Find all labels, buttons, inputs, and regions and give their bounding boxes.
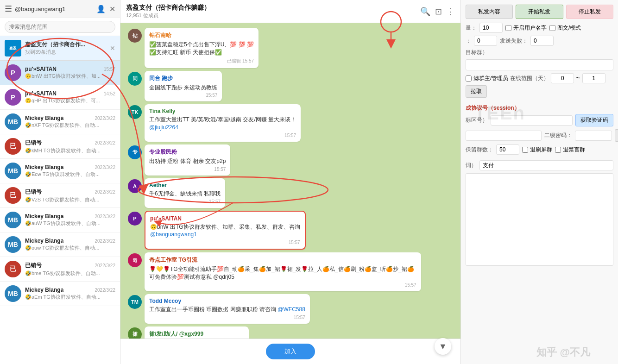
- msg-sender: 奇点工作室 TG引流: [149, 256, 416, 264]
- chat-info: 已销号 2022/3/22 🤣VzS TG协议群发软件、自动...: [25, 188, 115, 203]
- profile-icon[interactable]: 👤: [96, 5, 106, 13]
- enable-username-input[interactable]: [505, 25, 511, 31]
- chat-info: 已销号 2022/3/22 🤣bme TG协议群发软件、自动...: [25, 262, 115, 277]
- msg-avatar: A: [128, 179, 142, 193]
- msg-text: 工作室大量出TT 美/英/欧混/泰国/越南 交友/网赚 量大来谈！@jiujiu…: [149, 116, 296, 132]
- chat-time: 15:57: [104, 67, 115, 72]
- interval-row: ： 发送失败：: [466, 36, 613, 46]
- pull-button[interactable]: 拉取: [466, 85, 487, 98]
- list-item[interactable]: MB Mickey Blanga 2022/3/22 🤣aEm TG协议群发软件…: [0, 282, 120, 306]
- msg-text: 全国线下跑步 来运动员教练: [149, 84, 217, 92]
- menu-icon[interactable]: ☰: [5, 4, 12, 14]
- online-max-input[interactable]: [582, 73, 605, 83]
- chat-title: 嘉盈支付（招卡商合作躺赚）: [126, 4, 420, 12]
- password-input[interactable]: [575, 131, 612, 141]
- get-code-button[interactable]: 获取验证码: [575, 114, 613, 126]
- msg-mention: @jiujiu2264: [149, 124, 178, 131]
- msg-time: 15:57: [149, 199, 221, 204]
- interval-label: ：: [466, 37, 471, 45]
- image-mode-input[interactable]: [549, 25, 555, 31]
- msg-bubble: Aether 千6无押金、缺钱来搞 私聊我 15:57: [145, 178, 225, 208]
- list-item[interactable]: P pu'»SAITAN 14:52 🙃qHP 出TG协议群发软件、可...: [0, 85, 120, 110]
- unsub-input[interactable]: [522, 147, 528, 153]
- chat-name: Mickey Blanga: [25, 164, 63, 170]
- message-row: A Aether 千6无押金、缺钱来搞 私聊我 15:57: [128, 178, 453, 208]
- scroll-down-button[interactable]: ▼: [435, 338, 451, 355]
- start-private-button[interactable]: 开始私发: [516, 5, 563, 19]
- count-row: 量： 开启用户名字 图文/模式: [466, 23, 613, 33]
- chat-name: 已销号: [25, 139, 42, 147]
- preserve-input[interactable]: [496, 144, 519, 155]
- unban-input[interactable]: [555, 147, 561, 153]
- list-item[interactable]: MB Mickey Blanga 2022/3/22 🤣ouw TG协议群发软件…: [0, 232, 120, 257]
- chat-time: 14:52: [104, 91, 115, 96]
- chat-info: Mickey Blanga 2022/3/22 🤣auW TG协议群发软件、自动…: [25, 213, 115, 227]
- online-min-input[interactable]: [551, 73, 574, 83]
- msg-avatar: 专: [128, 145, 142, 159]
- msg-time: 15:57: [149, 315, 305, 320]
- chat-preview: 🙃qHP 出TG协议群发软件、可...: [25, 97, 115, 104]
- active-group-item[interactable]: 嘉盈 嘉盈支付（招卡商合作... 找到39条消息 ✕: [0, 36, 120, 61]
- list-item[interactable]: MB Mickey Blanga 2022/3/22 🤣nXF TG协议群发软件…: [0, 110, 120, 134]
- msg-avatar: TK: [128, 105, 142, 119]
- chat-preview: 🙃bnW 出TG协议群发软件、加...: [25, 73, 115, 80]
- sidebar: ☰ @baoguangwang1 👤 ✕ 嘉盈 嘉盈支付（招卡商合作... 找到…: [0, 0, 120, 364]
- chat-preview: 🤣ouw TG协议群发软件、自动...: [25, 245, 115, 251]
- join-bar: 加入: [120, 339, 460, 364]
- list-item[interactable]: 已 已销号 2022/3/22 🤣bme TG协议群发软件、自动...: [0, 257, 120, 282]
- keyword-input[interactable]: [479, 160, 613, 170]
- list-item[interactable]: 已 已销号 2022/3/22 🤣VzS TG协议群发软件、自动...: [0, 183, 120, 208]
- chat-info: Mickey Blanga 2022/3/22 🤣ouw TG协议群发软件、自动…: [25, 238, 115, 251]
- list-item[interactable]: MB Mickey Blanga 2022/3/22 🤣Ecw TG协议群发软件…: [0, 159, 120, 183]
- avatar: P: [5, 64, 21, 81]
- online-days-label: 在线范围（天）: [510, 75, 549, 82]
- unsub-label: 退刷屏群: [530, 146, 552, 154]
- layout-icon[interactable]: ⊡: [435, 6, 442, 17]
- search-icon[interactable]: 🔍: [420, 6, 430, 17]
- msg-sender: Todd Mccoy: [149, 298, 305, 304]
- join-button[interactable]: 加入: [266, 344, 315, 359]
- login-button[interactable]: 登录: [615, 129, 618, 142]
- list-item[interactable]: MB Mickey Blanga 2022/3/22 🤣auW TG协议群发软件…: [0, 208, 120, 232]
- stop-private-button[interactable]: 停止私发: [566, 5, 613, 19]
- message-row: 专 专业股民粉 出劝持 涩粉 体育 相亲 交友p2p 15:57: [128, 144, 453, 176]
- content-scroll-area[interactable]: [466, 173, 613, 266]
- sidebar-header-icons: 👤 ✕: [96, 5, 115, 13]
- list-item[interactable]: 已 已销号 2022/3/22 🤣kMH TG协议群发软件、自动...: [0, 134, 120, 159]
- chat-preview: 🤣kMH TG协议群发软件、自动...: [25, 147, 115, 154]
- active-group-close-icon[interactable]: ✕: [110, 44, 115, 52]
- msg-time: 15:57: [149, 167, 226, 172]
- chat-name: 已销号: [25, 262, 42, 270]
- msg-sender: Tina Kelly: [149, 108, 296, 114]
- chat-list: P pu'»SAITAN 15:57 🙃bnW 出TG协议群发软件、加... P…: [0, 61, 120, 364]
- count-input[interactable]: [479, 23, 503, 33]
- chat-time: 2022/3/22: [95, 165, 116, 170]
- msg-time: 已编辑 15:57: [149, 58, 254, 64]
- interval-input[interactable]: [474, 36, 497, 46]
- phone-input[interactable]: [466, 131, 542, 141]
- chat-time: 2022/3/22: [95, 214, 116, 219]
- msg-bubble-highlighted: pu'»SAITAN 🙃bnW 出TG协议群发软件、加群、采集、私发、群发、咨询…: [145, 211, 306, 250]
- more-icon[interactable]: ⋮: [447, 6, 455, 17]
- target-group-input[interactable]: [466, 59, 613, 70]
- message-row: 裙 裙/发/助/人/ @xgx999 twt🍞TG软件-试-用 @xgx77 包…: [128, 326, 453, 339]
- target-group-row: 目标群）: [466, 49, 613, 56]
- msg-avatar: 奇: [128, 253, 142, 267]
- chat-time: 2022/3/22: [95, 288, 116, 293]
- search-input[interactable]: [5, 21, 115, 33]
- chat-time: 2022/3/22: [95, 238, 116, 244]
- filter-row: 滤群主/管理员 在线范围（天） ~ 拉取: [466, 73, 613, 98]
- msg-sender: Aether: [149, 182, 221, 188]
- list-item[interactable]: P pu'»SAITAN 15:57 🙃bnW 出TG协议群发软件、加...: [0, 61, 120, 85]
- filter-admin-input[interactable]: [466, 75, 472, 82]
- message-row: P pu'»SAITAN 🙃bnW 出TG协议群发软件、加群、采集、私发、群发、…: [128, 211, 453, 250]
- chat-preview: 🤣auW TG协议群发软件、自动...: [25, 220, 115, 227]
- image-mode-label: 图文/模式: [557, 24, 581, 32]
- avatar: MB: [5, 113, 21, 130]
- sidebar-close-icon[interactable]: ✕: [109, 5, 115, 13]
- msg-time: 15:57: [149, 133, 296, 138]
- fail-input[interactable]: [530, 36, 554, 46]
- chat-name: Mickey Blanga: [25, 287, 63, 293]
- chat-time: 2022/3/22: [95, 116, 116, 121]
- msg-bubble: 奇点工作室 TG引流 🌹💛🌹TG全功能引流助手💯自_动🍊采_集🍊加_裙🌹裙_发🌹…: [145, 252, 421, 291]
